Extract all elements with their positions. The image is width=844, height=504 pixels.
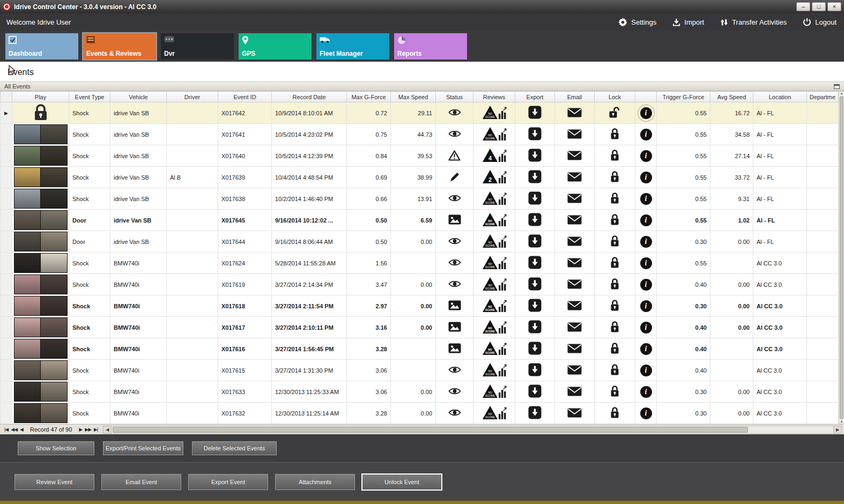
row-indicator[interactable] (1, 124, 12, 145)
reviews-cell[interactable]: NOSCORE (473, 124, 515, 145)
event-thumbnail[interactable] (14, 253, 68, 273)
event-thumbnail[interactable] (14, 232, 68, 251)
lock-cell[interactable] (595, 231, 635, 253)
row-indicator[interactable] (1, 167, 12, 188)
lock-cell[interactable] (595, 295, 635, 317)
export-event-button[interactable]: Export Event (188, 474, 268, 490)
row-indicator[interactable] (1, 381, 12, 403)
info-cell[interactable]: i (635, 274, 657, 295)
column-header[interactable]: Reviews (473, 92, 515, 102)
play-cell[interactable] (12, 231, 69, 253)
column-header[interactable]: Email (555, 92, 595, 102)
email-cell[interactable] (555, 295, 595, 317)
tab-events-reviews[interactable]: Events & Reviews (83, 33, 156, 60)
column-header[interactable]: Lock (595, 92, 635, 102)
lock-cell[interactable] (595, 338, 635, 360)
email-event-button[interactable]: Email Event (101, 474, 181, 490)
play-cell[interactable] (12, 274, 69, 295)
status-cell[interactable] (436, 274, 473, 295)
email-cell[interactable] (555, 317, 595, 338)
lock-cell[interactable] (595, 253, 635, 274)
next-record-button[interactable]: ▶ (79, 427, 82, 432)
email-cell[interactable] (555, 124, 595, 145)
column-header[interactable]: Event Type (69, 92, 110, 102)
event-thumbnail[interactable] (14, 275, 68, 294)
row-indicator[interactable] (1, 360, 12, 381)
status-cell[interactable] (436, 231, 473, 253)
reviews-cell[interactable]: NOSCORE (473, 403, 515, 424)
email-cell[interactable] (555, 338, 595, 360)
expand-panel-icon[interactable] (834, 84, 840, 89)
column-header[interactable]: Record Date (272, 92, 347, 102)
export-print-selected-button[interactable]: Export/Print Selected Events (103, 441, 183, 455)
event-row[interactable]: Door idrive Van SB X017645 9/16/2014 10:… (1, 210, 839, 231)
next-page-button[interactable]: ▶▶ (85, 427, 91, 432)
event-thumbnail[interactable] (14, 124, 68, 144)
info-cell[interactable]: i (635, 403, 657, 424)
event-thumbnail[interactable] (14, 317, 68, 337)
delete-selected-button[interactable]: Delete Selected Events (192, 441, 277, 455)
email-cell[interactable] (555, 403, 595, 424)
row-indicator[interactable] (1, 317, 12, 338)
lock-cell[interactable] (595, 317, 635, 338)
reviews-cell[interactable]: NOSCORE (473, 188, 515, 210)
row-indicator[interactable] (1, 253, 12, 274)
info-cell[interactable]: i (635, 253, 657, 274)
export-cell[interactable] (515, 231, 555, 253)
status-cell[interactable] (436, 295, 473, 317)
status-cell[interactable] (436, 403, 473, 424)
play-cell[interactable] (12, 124, 69, 145)
email-cell[interactable] (555, 188, 595, 210)
reviews-cell[interactable]: NOSCORE (473, 360, 515, 381)
play-cell[interactable] (12, 167, 69, 188)
status-cell[interactable] (436, 145, 473, 167)
play-cell[interactable] (12, 210, 69, 231)
lock-cell[interactable] (595, 274, 635, 295)
lock-cell[interactable] (595, 102, 635, 124)
vertical-scrollbar[interactable]: ▲ ▼ (839, 91, 844, 424)
scroll-down-arrow[interactable]: ▼ (840, 420, 843, 424)
first-record-button[interactable]: |◀ (4, 427, 8, 432)
lock-cell[interactable] (595, 403, 635, 424)
info-cell[interactable]: i (635, 360, 657, 381)
prev-page-button[interactable]: ◀◀ (11, 427, 17, 432)
status-cell[interactable] (436, 167, 473, 188)
column-header[interactable]: Departme (807, 92, 839, 102)
event-row[interactable]: Shock idrive Van SB X017641 10/5/2014 4:… (1, 124, 839, 145)
column-header[interactable]: Max Speed (391, 92, 436, 102)
maximize-button[interactable]: □ (812, 2, 826, 11)
event-thumbnail[interactable] (14, 403, 68, 423)
event-row[interactable]: Door idrive Van SB X017644 9/16/2014 8:0… (1, 231, 839, 253)
status-cell[interactable] (436, 253, 473, 274)
event-thumbnail[interactable] (14, 167, 68, 187)
row-indicator[interactable] (1, 210, 12, 231)
event-row[interactable]: Shock BMW740i X017616 3/27/2014 1:56:45 … (1, 338, 839, 360)
lock-cell[interactable] (595, 124, 635, 145)
scroll-left-arrow[interactable]: ◀ (103, 426, 112, 434)
email-cell[interactable] (555, 274, 595, 295)
column-header[interactable]: Play (12, 92, 69, 102)
column-header[interactable]: Export (515, 92, 555, 102)
event-row[interactable]: Shock BMW740i X017618 3/27/2014 2:11:54 … (1, 295, 839, 317)
info-cell[interactable]: i (635, 317, 657, 338)
settings-button[interactable]: Settings (618, 18, 656, 27)
status-cell[interactable] (436, 360, 473, 381)
email-cell[interactable] (555, 360, 595, 381)
reviews-cell[interactable]: NOSCORE (473, 102, 515, 124)
last-record-button[interactable]: ▶| (94, 427, 98, 432)
show-selection-button[interactable]: Show Selection (18, 441, 94, 455)
event-row[interactable]: Shock BMW740i X017617 3/27/2014 2:10:11 … (1, 317, 839, 338)
row-indicator[interactable] (1, 295, 12, 317)
horizontal-scrollbar-thumb[interactable] (113, 427, 747, 433)
tab-dvr[interactable]: Dvr (161, 33, 234, 60)
event-row[interactable]: Shock idrive Van SB X017638 10/2/2014 1:… (1, 188, 839, 210)
play-cell[interactable] (12, 381, 69, 403)
row-indicator[interactable] (1, 274, 12, 295)
row-indicator[interactable] (1, 231, 12, 253)
info-cell[interactable]: i (635, 231, 657, 253)
reviews-cell[interactable]: NOSCORE (473, 338, 515, 360)
event-thumbnail[interactable] (14, 189, 68, 209)
event-row[interactable]: Shock BMW740i X017619 3/27/2014 2:14:34 … (1, 274, 839, 295)
info-cell[interactable]: i (635, 381, 657, 403)
play-cell[interactable] (12, 188, 69, 210)
